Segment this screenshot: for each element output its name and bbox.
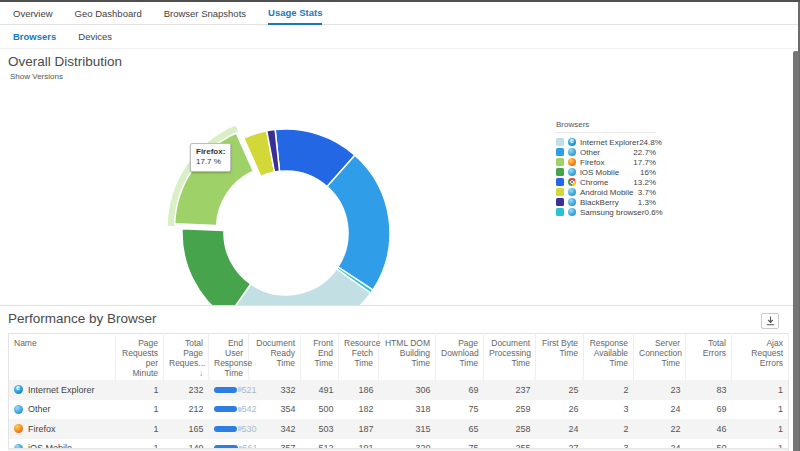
legend-item-chrome[interactable]: Chrome13.2%: [556, 177, 656, 187]
response-time-bar: [214, 387, 237, 393]
chrome-icon: [568, 178, 576, 186]
legend-items: Internet Explorer24.8%Other22.7%Firefox1…: [556, 137, 656, 217]
tooltip-value: 17.7 %: [196, 157, 225, 167]
column-header-label: Response Available Time: [590, 338, 628, 368]
column-header-document-processing-time[interactable]: Document Processing Time: [484, 334, 536, 381]
legend-label: Samsung browser: [580, 208, 644, 217]
column-header-label: Server Connection Time: [639, 338, 682, 368]
column-header-server-connection-time[interactable]: Server Connection Time: [634, 334, 686, 381]
legend-swatch: [556, 208, 564, 216]
cell-front-end-time: 491: [301, 380, 339, 400]
cell-html-dom-building-time: 318: [379, 400, 436, 420]
column-header-document-ready-time[interactable]: Document Ready Time: [249, 334, 301, 381]
legend-swatch: [556, 188, 564, 196]
legend-item-blackberry[interactable]: BlackBerry1.3%: [556, 197, 656, 207]
column-header-page-download-time[interactable]: Page Download Time: [436, 334, 484, 381]
legend-item-firefox[interactable]: Firefox17.7%: [556, 157, 656, 167]
cell-total-errors: 69: [686, 400, 732, 420]
legend-value: 0.6%: [644, 208, 662, 217]
show-versions-link[interactable]: Show Versions: [10, 72, 63, 81]
download-button[interactable]: [761, 313, 779, 329]
browser-name: Internet Explorer: [28, 385, 95, 395]
column-header-label: Document Processing Time: [489, 338, 531, 368]
vertical-scrollbar[interactable]: [793, 51, 799, 451]
column-header-total-page-reques[interactable]: Total Page Reques... ↓: [164, 334, 209, 381]
cell-document-processing-time: 259: [484, 400, 536, 420]
cell-front-end-time: 503: [301, 419, 339, 439]
cell-first-byte-time: 25: [536, 380, 584, 400]
legend-swatch: [556, 138, 564, 146]
legend-label: iOS Mobile: [580, 168, 640, 177]
legend-swatch: [556, 198, 564, 206]
column-header-label: Page Requests per Minute: [122, 338, 158, 378]
legend-title: Browsers: [556, 120, 656, 133]
globe-icon: [14, 405, 23, 414]
browser-name: Firefox: [28, 424, 56, 434]
legend-value: 13.2%: [633, 178, 656, 187]
tab-usage-stats[interactable]: Usage Stats: [268, 2, 322, 25]
legend-item-other[interactable]: Other22.7%: [556, 147, 656, 157]
cell-page-download-time: 75: [436, 400, 484, 420]
cell-value: 521: [242, 385, 257, 395]
cell-first-byte-time: 24: [536, 419, 584, 439]
legend-value: 1.3%: [638, 198, 656, 207]
subtab-bar: BrowsersDevices: [0, 25, 800, 49]
globe-icon: [568, 208, 576, 216]
legend-label: Chrome: [580, 178, 633, 187]
legend-item-ios-mobile[interactable]: iOS Mobile16%: [556, 167, 656, 177]
legend-item-internet-explorer[interactable]: Internet Explorer24.8%: [556, 137, 656, 147]
download-icon: [766, 314, 775, 329]
cell-response-available-time: 2: [584, 380, 634, 400]
legend-item-android-mobile[interactable]: Android Mobile3.7%: [556, 187, 656, 197]
section-title-performance: Performance by Browser: [8, 311, 157, 326]
legend-value: 24.8%: [639, 138, 662, 147]
column-header-label: Total Page Reques...: [169, 338, 205, 368]
column-header-front-end-time[interactable]: Front End Time: [301, 334, 339, 381]
column-header-label: Ajax Request Errors: [751, 338, 783, 368]
cell-end-user-response-time: 542: [209, 400, 249, 420]
column-header-label: Front End Time: [313, 338, 333, 368]
table-row-firefox[interactable]: Firefox11655303425031873156525824222461: [9, 419, 789, 439]
overall-distribution-section: Overall Distribution Show Versions Firef…: [0, 49, 800, 303]
legend-label: Firefox: [580, 158, 633, 167]
cell-value: 530: [242, 424, 257, 434]
cell-response-available-time: 3: [584, 400, 634, 420]
cell-document-processing-time: 237: [484, 380, 536, 400]
tab-overview[interactable]: Overview: [13, 2, 53, 24]
column-header-name[interactable]: Name: [9, 334, 116, 381]
legend-item-samsung-browser[interactable]: Samsung browser0.6%: [556, 207, 656, 217]
browser-name: Other: [28, 404, 51, 414]
table-row-internet-explorer[interactable]: Internet Explorer12325213324911863066923…: [9, 380, 789, 400]
cell-server-connection-time: 22: [634, 419, 686, 439]
column-header-total-errors[interactable]: Total Errors: [686, 334, 732, 381]
column-header-label: Total Errors: [703, 338, 726, 358]
tab-browser-snapshots[interactable]: Browser Snapshots: [164, 2, 246, 24]
column-header-label: Document Ready Time: [256, 338, 295, 368]
globe-icon: [568, 188, 576, 196]
cell-ajax-request-errors: 1: [732, 400, 789, 420]
subtab-devices[interactable]: Devices: [78, 31, 112, 42]
firefox-icon: [14, 424, 23, 433]
ie-icon: [14, 385, 23, 394]
cell-page-requests-per-minute: 1: [116, 380, 164, 400]
cell-total-page-reques: 212: [164, 400, 209, 420]
subtab-browsers[interactable]: Browsers: [13, 31, 56, 42]
usage-stats-screen: OverviewGeo DashboardBrowser SnapshotsUs…: [0, 0, 800, 451]
cell-ajax-request-errors: 1: [732, 419, 789, 439]
tab-geo-dashboard[interactable]: Geo Dashboard: [75, 2, 142, 24]
globe-icon: [568, 148, 576, 156]
column-header-first-byte-time[interactable]: First Byte Time: [536, 334, 584, 381]
column-header-page-requests-per-minute[interactable]: Page Requests per Minute: [116, 334, 164, 381]
legend-swatch: [556, 148, 564, 156]
row-name-cell: Other: [9, 400, 116, 420]
cell-resource-fetch-time: 187: [339, 419, 379, 439]
performance-header: Performance by Browser: [0, 306, 800, 333]
column-header-ajax-request-errors[interactable]: Ajax Request Errors: [732, 334, 789, 381]
cell-response-available-time: 2: [584, 419, 634, 439]
table-row-other[interactable]: Other12125423545001823187525926324691: [9, 400, 789, 420]
column-header-html-dom-building-time[interactable]: HTML DOM Building Time: [379, 334, 436, 381]
cell-ajax-request-errors: 1: [732, 380, 789, 400]
column-header-resource-fetch-time[interactable]: Resource Fetch Time: [339, 334, 379, 381]
column-header-response-available-time[interactable]: Response Available Time: [584, 334, 634, 381]
column-header-end-user-response-time[interactable]: End User Response Time: [209, 334, 249, 381]
